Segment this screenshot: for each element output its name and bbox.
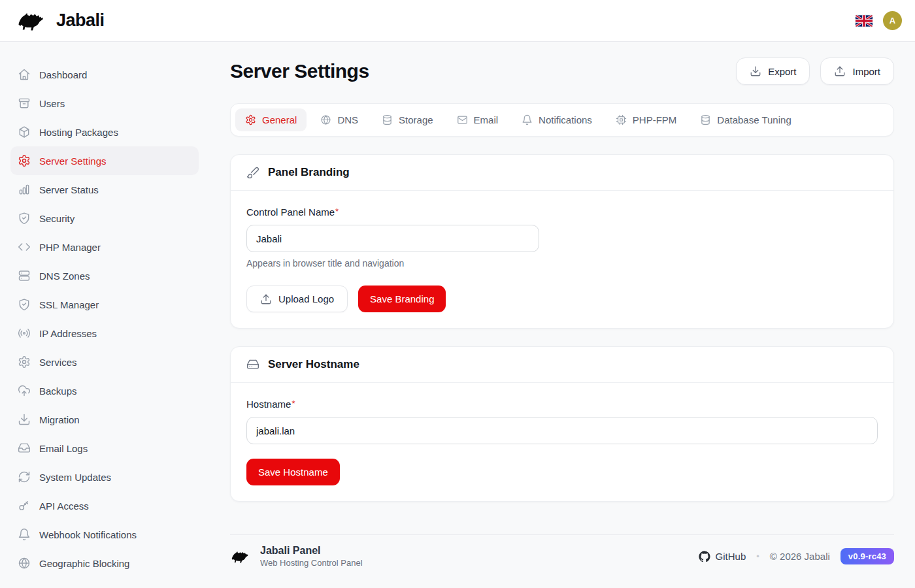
bell-icon xyxy=(522,114,533,125)
sidebar-item-label: Geographic Blocking xyxy=(39,558,129,569)
sidebar-item-dns-zones[interactable]: DNS Zones xyxy=(10,261,199,290)
globe-icon xyxy=(18,557,31,570)
download-icon xyxy=(750,65,761,77)
sidebar-item-ssl-manager[interactable]: SSL Manager xyxy=(10,290,199,319)
sidebar-item-migration[interactable]: Migration xyxy=(10,405,199,434)
uk-flag-icon[interactable] xyxy=(856,15,873,27)
tab-storage[interactable]: Storage xyxy=(372,108,443,131)
footer-subtitle: Web Hosting Control Panel xyxy=(260,558,363,568)
github-label: GitHub xyxy=(716,551,746,562)
upload-logo-button[interactable]: Upload Logo xyxy=(246,286,348,312)
sidebar-item-label: Hosting Packages xyxy=(39,127,118,138)
sidebar-item-ip-addresses[interactable]: IP Addresses xyxy=(10,319,199,348)
mail-icon xyxy=(457,114,468,125)
sidebar-item-geographic-blocking[interactable]: Geographic Blocking xyxy=(10,549,199,578)
gear-icon xyxy=(18,355,31,368)
tab-label: PHP-FPM xyxy=(633,114,677,125)
tab-dns[interactable]: DNS xyxy=(310,108,368,131)
cube-icon xyxy=(18,125,31,139)
card-title: Panel Branding xyxy=(268,166,350,179)
home-icon xyxy=(18,68,31,81)
tab-label: Storage xyxy=(399,114,433,125)
sidebar-item-webhook-notifications[interactable]: Webhook Notifications xyxy=(10,520,199,549)
tab-label: General xyxy=(262,114,297,125)
database-icon xyxy=(700,114,711,125)
sidebar-nav: Dashboard Users Hosting Packages Server … xyxy=(0,42,209,588)
tab-label: Notifications xyxy=(539,114,592,125)
servers-icon xyxy=(18,269,31,282)
main-content: Server Settings Export Import General xyxy=(209,42,915,588)
tab-php-fpm[interactable]: PHP-FPM xyxy=(606,108,687,131)
cloud-up-icon xyxy=(18,384,31,397)
tab-database-tuning[interactable]: Database Tuning xyxy=(690,108,801,131)
copyright-text: © 2026 Jabali xyxy=(770,551,830,562)
sidebar-item-label: Server Settings xyxy=(39,155,107,167)
settings-tabs: General DNS Storage Email Notifications … xyxy=(230,103,894,137)
github-icon xyxy=(699,551,710,563)
hostname-input[interactable] xyxy=(246,417,878,444)
database-icon xyxy=(382,114,393,125)
required-mark: * xyxy=(291,399,295,408)
sidebar-item-hosting-packages[interactable]: Hosting Packages xyxy=(10,118,199,146)
upload-icon xyxy=(834,65,846,77)
export-label: Export xyxy=(768,66,796,77)
sidebar-item-label: PHP Manager xyxy=(39,242,101,253)
key-icon xyxy=(18,499,31,512)
field-help-text: Appears in browser title and navigation xyxy=(246,258,878,269)
page-footer: Jabali Panel Web Hosting Control Panel G… xyxy=(230,534,894,568)
save-branding-button[interactable]: Save Branding xyxy=(358,286,446,312)
hostname-label: Hostname* xyxy=(246,399,295,410)
required-mark: * xyxy=(335,206,339,216)
sidebar-item-server-settings[interactable]: Server Settings xyxy=(10,146,199,175)
tab-label: DNS xyxy=(337,114,358,125)
sidebar-item-security[interactable]: Security xyxy=(10,204,199,233)
tab-label: Database Tuning xyxy=(717,114,791,125)
sidebar-item-users[interactable]: Users xyxy=(10,89,199,118)
sidebar-item-label: Backups xyxy=(39,385,77,397)
gear-icon xyxy=(245,114,256,125)
upload-icon xyxy=(260,293,272,305)
tab-general[interactable]: General xyxy=(235,108,307,131)
bell-icon xyxy=(18,528,31,541)
import-button[interactable]: Import xyxy=(820,57,894,85)
version-badge: v0.9-rc43 xyxy=(840,548,894,564)
avatar[interactable]: A xyxy=(883,11,902,30)
control-panel-name-label: Control Panel Name* xyxy=(246,206,339,218)
sidebar-item-system-updates[interactable]: System Updates xyxy=(10,463,199,491)
control-panel-name-input[interactable] xyxy=(246,225,539,252)
cpu-icon xyxy=(616,114,627,125)
sidebar-item-server-status[interactable]: Server Status xyxy=(10,175,199,204)
sidebar-item-backups[interactable]: Backups xyxy=(10,376,199,405)
brand[interactable]: Jabali xyxy=(16,9,105,33)
globe-icon xyxy=(320,114,331,125)
sidebar-item-services[interactable]: Services xyxy=(10,348,199,376)
code-icon xyxy=(18,240,31,253)
hard-drive-icon xyxy=(246,358,259,371)
top-header: Jabali A xyxy=(0,0,915,42)
sidebar-item-dashboard[interactable]: Dashboard xyxy=(10,60,199,89)
sidebar-item-label: Migration xyxy=(39,414,80,425)
sidebar-item-label: Users xyxy=(39,98,65,109)
card-title: Server Hostname xyxy=(268,358,359,371)
tab-notifications[interactable]: Notifications xyxy=(512,108,602,131)
brand-name: Jabali xyxy=(56,10,105,31)
boar-logo-icon xyxy=(230,549,252,564)
boar-logo-icon xyxy=(16,9,50,33)
refresh-icon xyxy=(18,470,31,483)
export-button[interactable]: Export xyxy=(736,57,810,85)
sidebar-item-email-logs[interactable]: Email Logs xyxy=(10,434,199,463)
sidebar-item-api-access[interactable]: API Access xyxy=(10,491,199,520)
separator-dot: • xyxy=(756,551,759,561)
sidebar-item-label: Dashboard xyxy=(39,69,87,80)
sidebar-item-label: SSL Manager xyxy=(39,299,99,310)
sidebar-item-label: API Access xyxy=(39,500,89,512)
save-hostname-button[interactable]: Save Hostname xyxy=(246,459,340,485)
sidebar-item-label: Services xyxy=(39,357,77,368)
sidebar-item-php-manager[interactable]: PHP Manager xyxy=(10,233,199,261)
tab-email[interactable]: Email xyxy=(447,108,508,131)
archive-icon xyxy=(18,97,31,110)
gear-icon xyxy=(18,154,31,167)
import-label: Import xyxy=(852,66,880,77)
github-link[interactable]: GitHub xyxy=(699,551,746,563)
sidebar-item-label: System Updates xyxy=(39,472,111,483)
